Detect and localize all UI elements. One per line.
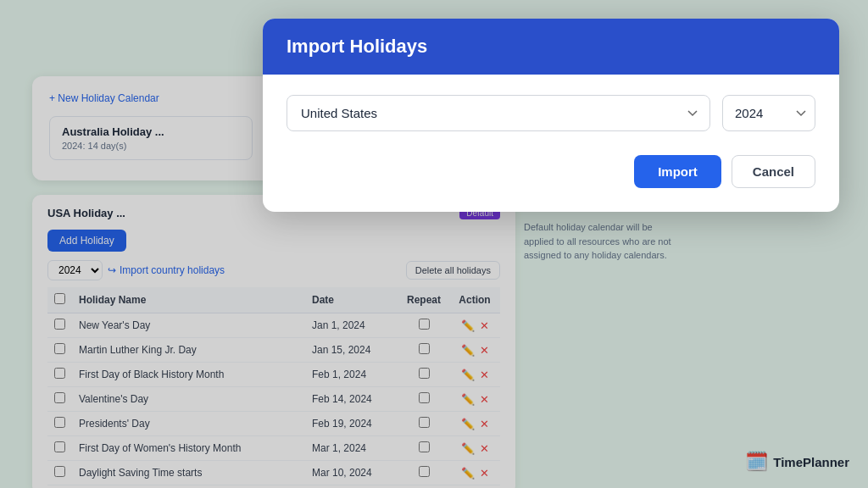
- modal-title: Import Holidays: [287, 36, 815, 58]
- modal-actions: Import Cancel: [287, 155, 815, 188]
- import-button[interactable]: Import: [634, 155, 721, 188]
- country-select[interactable]: United States United Kingdom Australia C…: [287, 95, 710, 131]
- import-modal: Import Holidays United States United Kin…: [263, 19, 839, 212]
- cancel-button[interactable]: Cancel: [732, 155, 815, 188]
- modal-selects: United States United Kingdom Australia C…: [287, 95, 815, 131]
- modal-year-select[interactable]: 2023 2024 2025: [722, 95, 815, 131]
- modal-body: United States United Kingdom Australia C…: [263, 75, 839, 212]
- modal-header: Import Holidays: [263, 19, 839, 75]
